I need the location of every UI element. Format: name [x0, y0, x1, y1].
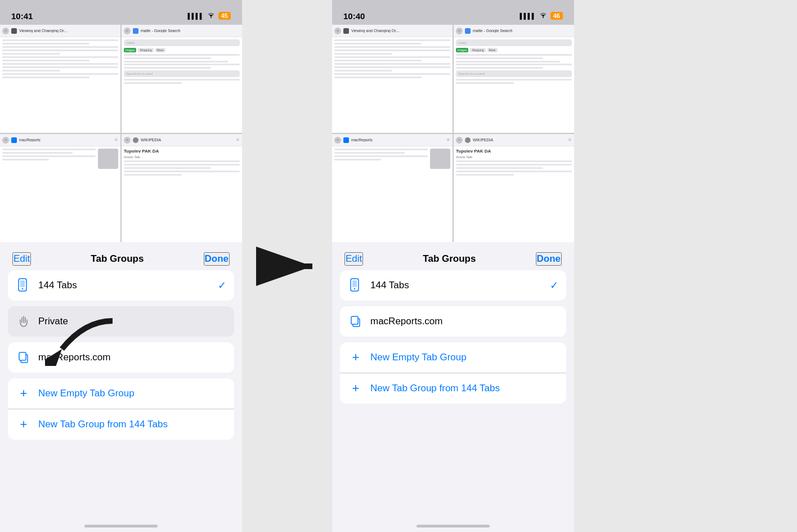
right-status-time: 10:40: [343, 11, 365, 21]
dict-search-text: Search for a word: [126, 72, 153, 75]
text-line: [334, 53, 392, 55]
text-line: [2, 70, 60, 71]
tab-title: Viewing and Changing Or...: [19, 29, 118, 33]
google-favicon: [465, 28, 471, 34]
right-tab-thumb-bar: × Viewing and Changing Or...: [332, 25, 453, 37]
svg-rect-11: [352, 280, 357, 287]
tab-grid: × Viewing and Changing Or...: [0, 0, 242, 242]
right-actions-block: + New Empty Tab Group + New Tab Group fr…: [340, 342, 566, 404]
new-tab-group-from-tabs-row[interactable]: + New Tab Group from 144 Tabs: [8, 409, 234, 440]
svg-point-0: [211, 17, 212, 18]
tab-body: [332, 146, 453, 242]
text-line: [124, 171, 240, 172]
new-empty-tab-group-row[interactable]: + New Empty Tab Group: [8, 378, 234, 409]
macreports-group-row[interactable]: macReports.com: [8, 342, 234, 373]
right-edit-button[interactable]: Edit: [344, 252, 363, 266]
text-line: [456, 57, 543, 59]
wifi-icon: [207, 12, 215, 19]
dict-search: Search for a word: [456, 70, 572, 77]
tab-thumb-macreports: × macReports ✕: [0, 134, 120, 242]
hand-icon: [16, 314, 32, 329]
center-arrow-container: [242, 0, 332, 532]
tab-body: Tupolev PAK DA Article Talk: [122, 146, 242, 242]
tab-body: [0, 146, 120, 242]
apple-favicon: [343, 28, 349, 34]
right-tabs-group-row[interactable]: 144 Tabs ✓: [340, 270, 566, 301]
text-line: [2, 155, 96, 157]
private-group-row[interactable]: Private: [8, 306, 234, 337]
right-tab-thumb-apple: × Viewing and Changing Or...: [332, 25, 453, 133]
phone-icon: [16, 278, 32, 293]
tab-thumb-bar: × WIKIPEDIA ✕: [122, 134, 242, 146]
browser-preview-area: × Viewing and Changing Or...: [0, 0, 242, 242]
text-line: [456, 174, 514, 176]
right-phone-icon: [348, 278, 364, 293]
wiki-subtitle: Article Talk: [124, 155, 240, 159]
macreports-group-block: macReports.com: [8, 342, 234, 373]
right-tab-thumb-google: × matte - Google Search matte Images Sho…: [454, 25, 574, 133]
right-tab-thumb-wikipedia: × WIKIPEDIA ✕ Tupolev PAK DA Article Tal…: [454, 134, 574, 242]
close-icon[interactable]: ×: [334, 137, 341, 144]
right-check-icon: ✓: [550, 279, 558, 292]
close-x[interactable]: ✕: [568, 137, 572, 142]
text-line: [2, 73, 118, 75]
text-line: [124, 54, 240, 56]
right-new-tab-group-from-tabs-row[interactable]: + New Tab Group from 144 Tabs: [340, 373, 566, 404]
signal-icon: ▌▌▌▌: [187, 13, 203, 19]
new-empty-tab-group-label: New Empty Tab Group: [38, 388, 226, 399]
text-line: [2, 152, 73, 154]
close-icon[interactable]: ×: [2, 28, 9, 34]
close-x[interactable]: ✕: [446, 137, 450, 142]
right-tabs-group-label: 144 Tabs: [370, 280, 543, 291]
edit-button[interactable]: Edit: [12, 252, 31, 266]
tabs-group-row[interactable]: 144 Tabs ✓: [8, 270, 234, 301]
search-text: matte: [458, 41, 467, 44]
svg-rect-2: [20, 280, 25, 287]
text-line: [2, 66, 118, 68]
tab-body: [332, 37, 453, 133]
close-icon[interactable]: ×: [456, 28, 463, 34]
tab-thumb-wikipedia: × WIKIPEDIA ✕ Tupolev PAK DA Article Tal…: [122, 134, 242, 242]
close-x[interactable]: ✕: [236, 137, 240, 142]
text-line: [334, 77, 422, 78]
close-icon[interactable]: ×: [124, 28, 131, 34]
close-icon[interactable]: ×: [334, 28, 341, 34]
right-done-button[interactable]: Done: [536, 252, 562, 266]
text-line: [2, 46, 118, 48]
text-line: [124, 64, 240, 65]
text-line: [2, 77, 89, 78]
tab-image: [430, 149, 450, 169]
right-copy-icon: [348, 314, 364, 329]
dict-search: Search for a word: [124, 70, 240, 77]
private-group-block: Private: [8, 306, 234, 337]
right-tab-thumb-bar: × matte - Google Search: [454, 25, 574, 37]
close-icon[interactable]: ×: [456, 137, 463, 144]
right-plus-icon: +: [348, 350, 364, 365]
right-tab-groups-title: Tab Groups: [423, 253, 476, 265]
svg-point-9: [543, 17, 544, 18]
right-macreports-group-row[interactable]: macReports.com: [340, 306, 566, 337]
wiki-favicon: [465, 137, 471, 143]
tab-body: [0, 37, 120, 133]
tab-body: matte Images Shopping Black Search for a…: [454, 37, 574, 133]
dict-search-text: Search for a word: [458, 72, 485, 75]
text-line: [334, 43, 422, 44]
right-arrow: [253, 244, 321, 289]
text-line: [124, 160, 240, 162]
right-new-tab-group-from-tabs-label: New Tab Group from 144 Tabs: [370, 383, 558, 394]
wiki-favicon: [133, 137, 138, 143]
svg-rect-14: [351, 316, 358, 324]
tag: Black: [155, 48, 165, 52]
tab-title: Viewing and Changing Or...: [351, 29, 450, 33]
text-line: [334, 56, 450, 58]
done-button[interactable]: Done: [204, 252, 230, 266]
text-line: [334, 50, 450, 51]
right-tab-thumb-bar: × WIKIPEDIA ✕: [454, 134, 574, 146]
close-icon[interactable]: ×: [124, 137, 131, 144]
close-x[interactable]: ✕: [114, 137, 118, 142]
right-home-indicator: [417, 525, 490, 527]
right-status-icons: ▌▌▌▌ 46: [520, 12, 563, 20]
right-new-empty-tab-group-row[interactable]: + New Empty Tab Group: [340, 342, 566, 373]
close-icon[interactable]: ×: [2, 137, 9, 144]
new-tab-group-from-tabs-label: New Tab Group from 144 Tabs: [38, 419, 226, 430]
